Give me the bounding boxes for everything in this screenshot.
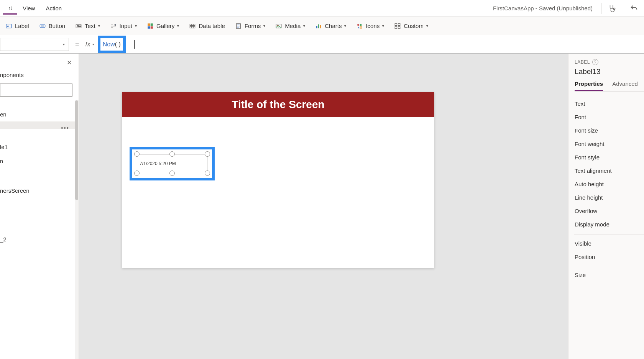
text-cursor xyxy=(134,40,135,49)
gallery-icon xyxy=(147,23,154,30)
svg-rect-16 xyxy=(318,24,319,28)
prop-visible[interactable]: Visible xyxy=(575,237,644,250)
property-selector-dropdown[interactable]: ▾ xyxy=(0,38,69,51)
formula-highlight-box: Now( ) xyxy=(98,36,126,53)
insert-gallery-button[interactable]: Gallery ▾ xyxy=(147,23,179,30)
insert-input-button[interactable]: Input ▾ xyxy=(110,23,137,30)
insert-label-text: Label xyxy=(15,23,29,29)
insert-custom-button[interactable]: Custom ▾ xyxy=(394,23,428,30)
svg-rect-10 xyxy=(151,26,153,28)
insert-icons-button[interactable]: Icons ▾ xyxy=(356,23,384,30)
tree-item[interactable]: en xyxy=(0,107,79,121)
prop-font-style[interactable]: Font style xyxy=(575,151,644,164)
prop-overflow[interactable]: Overflow xyxy=(575,204,644,218)
design-screen[interactable]: Title of the Screen 7/1/2020 5:20 PM xyxy=(122,92,434,268)
formula-bar: ▾ = fx ▾ Now( ) xyxy=(0,35,644,54)
tree-item[interactable]: n xyxy=(0,154,79,168)
divider xyxy=(601,3,601,14)
forms-icon xyxy=(235,23,242,30)
chevron-down-icon: ▾ xyxy=(98,24,100,28)
insert-icons-text: Icons xyxy=(366,23,380,29)
canvas-area[interactable]: Title of the Screen 7/1/2020 5:20 PM xyxy=(79,54,568,359)
selected-control-highlight: 7/1/2020 5:20 PM xyxy=(130,147,215,180)
prop-position[interactable]: Position xyxy=(575,250,644,264)
prop-size[interactable]: Size xyxy=(575,268,644,282)
label-text-value: 7/1/2020 5:20 PM xyxy=(140,161,176,166)
chevron-down-icon: ▾ xyxy=(63,42,65,46)
label-icon xyxy=(5,23,12,30)
fx-label[interactable]: fx ▾ xyxy=(85,41,96,48)
insert-media-text: Media xyxy=(285,23,301,29)
chevron-down-icon: ▾ xyxy=(303,24,305,28)
insert-charts-text: Charts xyxy=(325,23,342,29)
screen-title-label: Title of the Screen xyxy=(232,98,324,111)
close-icon[interactable]: ✕ xyxy=(67,59,72,66)
prop-font-weight[interactable]: Font weight xyxy=(575,137,644,151)
svg-point-18 xyxy=(357,24,359,26)
scrollbar[interactable] xyxy=(75,100,79,359)
app-checker-icon[interactable] xyxy=(605,2,619,15)
undo-icon xyxy=(630,4,638,13)
insert-ribbon: Label Button Abc Text ▾ Input ▾ Gallery … xyxy=(0,17,644,35)
fx-text: fx xyxy=(85,41,90,48)
prop-line-height[interactable]: Line height xyxy=(575,191,644,204)
insert-text-button[interactable]: Abc Text ▾ xyxy=(75,23,100,30)
insert-text-text: Text xyxy=(85,23,95,29)
tree-item-selected[interactable]: ••• xyxy=(0,121,79,129)
tree-view-panel: ✕ nponents en ••• le1 n nersScreen _2 xyxy=(0,54,79,359)
menu-view[interactable]: View xyxy=(17,3,40,14)
input-icon xyxy=(110,23,117,30)
svg-rect-15 xyxy=(316,26,317,28)
prop-display-mode[interactable]: Display mode xyxy=(575,218,644,231)
more-options-icon[interactable]: ••• xyxy=(61,125,69,131)
help-icon[interactable]: ? xyxy=(592,59,598,65)
insert-forms-text: Forms xyxy=(245,23,261,29)
insert-label-button[interactable]: Label xyxy=(5,23,29,30)
selected-label-control[interactable]: 7/1/2020 5:20 PM xyxy=(137,154,207,173)
prop-font-size[interactable]: Font size xyxy=(575,124,644,137)
resize-handle[interactable] xyxy=(205,151,210,157)
svg-rect-19 xyxy=(360,24,362,26)
svg-text:Abc: Abc xyxy=(77,25,81,27)
media-icon xyxy=(275,23,282,30)
menu-action[interactable]: Action xyxy=(40,3,67,14)
formula-parens: ( ) xyxy=(115,41,121,48)
button-icon xyxy=(39,23,46,30)
resize-handle[interactable] xyxy=(134,151,140,157)
tab-properties[interactable]: Properties xyxy=(575,80,603,91)
menu-insert[interactable]: rt xyxy=(3,2,17,15)
tab-advanced[interactable]: Advanced xyxy=(612,80,638,91)
resize-handle[interactable] xyxy=(134,170,140,176)
svg-rect-22 xyxy=(398,23,400,25)
divider xyxy=(574,234,644,234)
prop-font[interactable]: Font xyxy=(575,110,644,124)
tree-item[interactable]: _2 xyxy=(0,232,79,246)
control-name[interactable]: Label13 xyxy=(575,67,644,76)
prop-auto-height[interactable]: Auto height xyxy=(575,177,644,191)
tree-item[interactable]: le1 xyxy=(0,140,79,154)
insert-forms-button[interactable]: Forms ▾ xyxy=(235,23,266,30)
chevron-down-icon: ▾ xyxy=(135,24,137,28)
svg-rect-8 xyxy=(151,23,153,26)
insert-datatable-button[interactable]: Data table xyxy=(189,23,225,30)
prop-text[interactable]: Text xyxy=(575,97,644,110)
insert-button-button[interactable]: Button xyxy=(39,23,65,30)
tree-search-input[interactable] xyxy=(0,84,72,97)
formula-input[interactable]: Now( ) xyxy=(96,35,644,53)
scrollbar-thumb[interactable] xyxy=(75,100,78,200)
insert-charts-button[interactable]: Charts ▾ xyxy=(315,23,346,30)
svg-rect-9 xyxy=(148,26,150,28)
resize-handle[interactable] xyxy=(205,170,210,176)
chevron-down-icon: ▾ xyxy=(344,24,346,28)
resize-handle[interactable] xyxy=(169,170,175,176)
undo-button[interactable] xyxy=(627,2,641,15)
tree-tab-components[interactable]: nponents xyxy=(0,69,79,82)
screen-header[interactable]: Title of the Screen xyxy=(122,92,434,117)
insert-media-button[interactable]: Media ▾ xyxy=(275,23,305,30)
prop-text-alignment[interactable]: Text alignment xyxy=(575,164,644,177)
table-icon xyxy=(189,23,196,30)
tree-item[interactable]: nersScreen xyxy=(0,184,79,198)
resize-handle[interactable] xyxy=(169,151,175,157)
svg-point-6 xyxy=(115,24,116,25)
chevron-down-icon: ▾ xyxy=(382,24,384,28)
